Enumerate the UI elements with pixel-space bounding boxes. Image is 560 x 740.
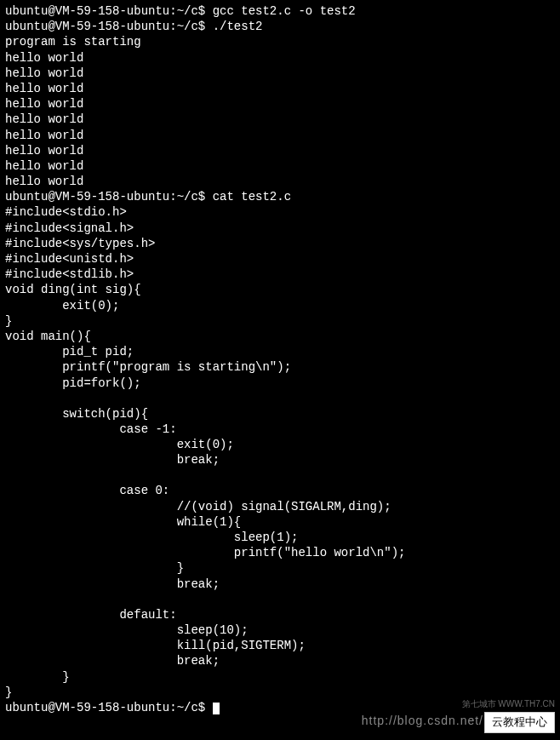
terminal-line: switch(pid){ xyxy=(5,406,555,422)
terminal-line: hello world xyxy=(5,96,555,112)
terminal-line: exit(0); xyxy=(5,437,555,452)
terminal-line: while(1){ xyxy=(5,514,555,530)
terminal-line: hello world xyxy=(5,174,555,189)
watermark-badge: 云教程中心 xyxy=(484,712,555,733)
terminal-line: printf("program is starting\n"); xyxy=(5,359,555,375)
terminal-line: #include<stdlib.h> xyxy=(5,267,555,282)
cursor-icon xyxy=(213,703,220,714)
terminal-line: break; xyxy=(5,577,555,592)
terminal-line: case -1: xyxy=(5,422,555,437)
terminal-line: hello world xyxy=(5,81,555,96)
terminal-line xyxy=(5,592,555,607)
terminal-line: hello world xyxy=(5,112,555,127)
terminal-line: hello world xyxy=(5,143,555,158)
terminal-line: hello world xyxy=(5,66,555,81)
terminal-line: } xyxy=(5,669,555,685)
terminal-line: program is starting xyxy=(5,34,555,49)
terminal-line: break; xyxy=(5,452,555,468)
terminal-line: void main(){ xyxy=(5,329,555,344)
terminal-line: pid_t pid; xyxy=(5,344,555,359)
terminal-line: printf("hello world\n"); xyxy=(5,545,555,560)
terminal-line: exit(0); xyxy=(5,298,555,313)
terminal-line: hello world xyxy=(5,158,555,174)
terminal-line: hello world xyxy=(5,128,555,143)
terminal-line: void ding(int sig){ xyxy=(5,282,555,297)
terminal-line: #include<sys/types.h> xyxy=(5,236,555,251)
terminal-line: sleep(10); xyxy=(5,622,555,638)
terminal-line: //(void) signal(SIGALRM,ding); xyxy=(5,499,555,514)
terminal-line: pid=fork(); xyxy=(5,376,555,391)
terminal-line: #include<stdio.h> xyxy=(5,204,555,220)
terminal-line: kill(pid,SIGTERM); xyxy=(5,638,555,653)
terminal-line xyxy=(5,468,555,483)
watermark-url: http://blog.csdn.net/ xyxy=(362,713,483,728)
terminal-prompt: ubuntu@VM-59-158-ubuntu:~/c$ xyxy=(5,701,213,714)
terminal-line: ubuntu@VM-59-158-ubuntu:~/c$ gcc test2.c… xyxy=(5,3,555,19)
terminal-line: ubuntu@VM-59-158-ubuntu:~/c$ cat test2.c xyxy=(5,189,555,204)
terminal-output[interactable]: ubuntu@VM-59-158-ubuntu:~/c$ gcc test2.c… xyxy=(5,3,555,700)
terminal-line: case 0: xyxy=(5,483,555,498)
terminal-line: hello world xyxy=(5,50,555,66)
terminal-line: ubuntu@VM-59-158-ubuntu:~/c$ ./test2 xyxy=(5,19,555,34)
watermark-subtext: 第七城市 WWW.TH7.CN xyxy=(462,698,555,709)
terminal-line: break; xyxy=(5,653,555,668)
terminal-line: #include<unistd.h> xyxy=(5,251,555,267)
terminal-line: } xyxy=(5,313,555,329)
terminal-line xyxy=(5,391,555,406)
terminal-line: #include<signal.h> xyxy=(5,221,555,236)
terminal-line: default: xyxy=(5,607,555,622)
terminal-line: } xyxy=(5,560,555,576)
terminal-line: sleep(1); xyxy=(5,530,555,545)
